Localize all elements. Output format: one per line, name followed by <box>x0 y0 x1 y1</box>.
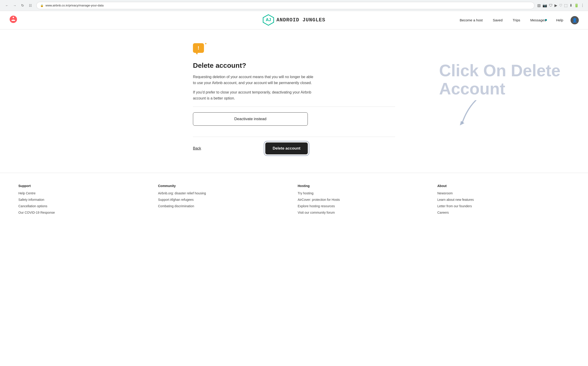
footer-link-newsroom[interactable]: Newsroom <box>437 191 570 195</box>
download-box-icon[interactable]: ⬚ <box>564 3 568 8</box>
footer-col-hosting: Hosting Try hosting AirCover: protection… <box>298 184 430 217</box>
footer-link-safety[interactable]: Safety information <box>18 198 151 201</box>
sparkle-icon: ✦ <box>204 42 207 46</box>
main-content: ! ✦ Delete account? Requesting deletion … <box>184 29 404 173</box>
footer-link-help-centre[interactable]: Help Centre <box>18 191 151 195</box>
annotation-overlay: Click On Delete Account <box>439 61 560 98</box>
airbnb-logo[interactable] <box>9 15 17 25</box>
extension-icon[interactable]: ▧ <box>537 3 541 8</box>
footer-link-careers[interactable]: Careers <box>437 211 570 214</box>
annotation-arrow <box>448 100 485 128</box>
battery-icon[interactable]: 🔋 <box>574 3 579 8</box>
deactivate-instead-button[interactable]: Deactivate instead <box>193 112 308 126</box>
url-text: www.airbnb.co.in/privacy/manage-your-dat… <box>45 4 104 7</box>
divider-2 <box>193 137 395 137</box>
grid-button[interactable]: ☷ <box>27 2 34 9</box>
play-icon[interactable]: ▶ <box>554 3 557 8</box>
messages-notification-dot <box>545 19 547 21</box>
page-desc-2: If you'd prefer to close your account te… <box>193 89 317 101</box>
nav-links: Become a host Saved Trips Messages Help … <box>457 16 579 24</box>
warning-exclaim: ! <box>197 45 199 51</box>
footer-link-founders[interactable]: Letter from our founders <box>437 204 570 208</box>
actions-row: Back Delete account <box>193 142 308 154</box>
footer-link-hosting-resources[interactable]: Explore hosting resources <box>298 204 430 208</box>
browser-chrome: ← → ↻ ☷ 🔒 www.airbnb.co.in/privacy/manag… <box>0 0 588 11</box>
annotation-line2: Account <box>439 80 560 98</box>
profile-avatar[interactable]: 👤 <box>571 16 579 24</box>
lock-icon: 🔒 <box>40 4 44 7</box>
footer-link-cancellation[interactable]: Cancellation options <box>18 204 151 208</box>
footer-grid: Support Help Centre Safety information C… <box>18 184 570 217</box>
footer-link-aircover[interactable]: AirCover: protection for Hosts <box>298 198 430 201</box>
refresh-button[interactable]: ↻ <box>19 2 26 9</box>
back-button[interactable]: Back <box>193 146 201 151</box>
footer-about-title: About <box>437 184 570 188</box>
footer-col-support: Support Help Centre Safety information C… <box>18 184 151 217</box>
warning-bubble: ! <box>193 43 204 53</box>
divider <box>193 107 395 107</box>
heart-icon[interactable]: ♡ <box>559 3 562 8</box>
footer-link-covid[interactable]: Our COVID-19 Response <box>18 211 151 214</box>
footer: Support Help Centre Safety information C… <box>0 173 588 228</box>
help-link[interactable]: Help <box>553 16 566 24</box>
download-icon[interactable]: ⬇ <box>569 3 572 8</box>
footer-support-title: Support <box>18 184 151 188</box>
footer-link-try-hosting[interactable]: Try hosting <box>298 191 430 195</box>
footer-link-new-features[interactable]: Learn about new features <box>437 198 570 201</box>
page-desc-1: Requesting deletion of your account mean… <box>193 74 317 86</box>
page-title: Delete account? <box>193 61 395 69</box>
warning-icon-container: ! ✦ <box>193 43 395 56</box>
footer-hosting-title: Hosting <box>298 184 430 188</box>
annotation-line1: Click On Delete <box>439 61 560 80</box>
back-button[interactable]: ← <box>4 2 10 9</box>
svg-marker-2 <box>460 121 464 125</box>
footer-link-disaster-relief[interactable]: Airbnb.org: disaster relief housing <box>158 191 290 195</box>
address-bar[interactable]: 🔒 www.airbnb.co.in/privacy/manage-your-d… <box>36 2 535 9</box>
saved-link[interactable]: Saved <box>490 16 505 24</box>
menu-icon[interactable]: ⋮ <box>581 3 584 8</box>
footer-col-about: About Newsroom Learn about new features … <box>437 184 570 217</box>
footer-community-title: Community <box>158 184 290 188</box>
warning-icon: ! ✦ <box>193 43 206 56</box>
footer-link-discrimination[interactable]: Combating discrimination <box>158 204 290 208</box>
browser-nav-buttons: ← → ↻ ☷ <box>4 2 34 9</box>
profile-icon: 👤 <box>572 18 577 23</box>
browser-actions: ▧ 📷 🛡 ▶ ♡ ⬚ ⬇ 🔋 ⋮ <box>537 3 584 8</box>
footer-link-afghan-refugees[interactable]: Support Afghan refugees <box>158 198 290 201</box>
messages-container: Messages <box>528 18 549 22</box>
watermark-logo: AJ <box>263 14 274 26</box>
forward-button[interactable]: → <box>11 2 18 9</box>
main-wrapper: Click On Delete Account ! ✦ Delete accou… <box>0 29 588 173</box>
svg-text:AJ: AJ <box>266 17 271 22</box>
delete-account-button[interactable]: Delete account <box>265 142 308 154</box>
trips-link[interactable]: Trips <box>510 16 523 24</box>
footer-col-community: Community Airbnb.org: disaster relief ho… <box>158 184 290 217</box>
footer-link-community-forum[interactable]: Visit our community forum <box>298 211 430 214</box>
camera-icon[interactable]: 📷 <box>543 3 547 8</box>
become-host-link[interactable]: Become a host <box>457 16 485 24</box>
shield-icon[interactable]: 🛡 <box>549 3 553 8</box>
watermark-text: ANDROID JUNGLES <box>276 17 325 23</box>
